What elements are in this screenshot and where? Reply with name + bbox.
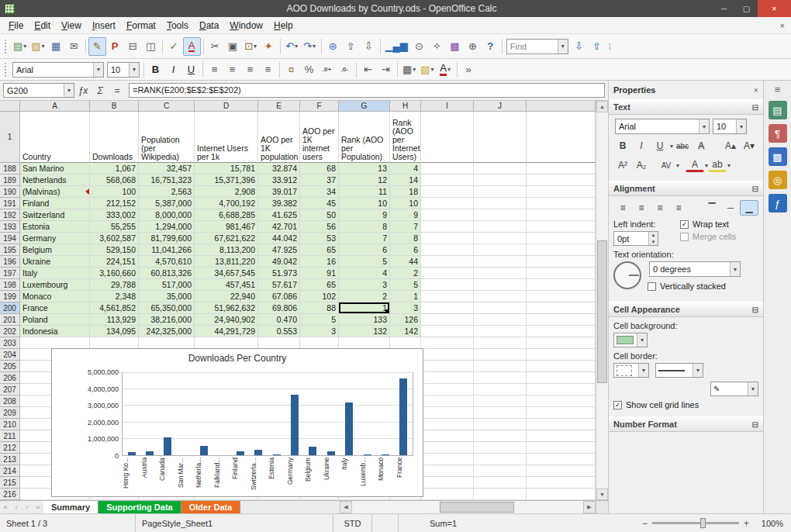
zoom-icon[interactable]: ⊕ — [464, 37, 482, 56]
cell-J204[interactable] — [474, 349, 527, 361]
cell-J201[interactable] — [474, 314, 527, 326]
increase-font-size-icon[interactable]: A▴ — [721, 138, 740, 154]
row-header-214[interactable]: 214 — [0, 465, 20, 477]
cell-J191[interactable] — [474, 198, 527, 209]
number-format-currency-icon[interactable]: ¤ — [282, 61, 300, 78]
chevron-down-icon[interactable]: ▾ — [730, 262, 740, 276]
border-line-style-button[interactable]: ▾ — [655, 363, 703, 378]
align-vcenter-icon[interactable]: ─ — [721, 200, 740, 216]
cell-G198[interactable]: 3 — [339, 279, 390, 291]
menu-help[interactable]: Help — [268, 19, 299, 33]
scroll-up-icon[interactable]: ▲ — [596, 101, 608, 112]
cell-B199[interactable]: 2,348 — [90, 291, 139, 302]
chevron-down-icon[interactable]: ▾ — [693, 364, 703, 377]
cell-C201[interactable]: 38,216,000 — [139, 314, 195, 326]
cell-B195[interactable]: 529,150 — [90, 244, 139, 256]
column-header-I[interactable]: I — [421, 101, 474, 112]
cell-H194[interactable]: 8 — [390, 233, 421, 244]
cell-C1[interactable]: Population (per Wikipedia) — [139, 112, 195, 163]
cell-G197[interactable]: 4 — [339, 268, 390, 279]
cell-E189[interactable]: 33.912 — [258, 174, 300, 186]
cell-D201[interactable]: 24,940,902 — [195, 314, 258, 326]
chevron-down-icon[interactable]: ▾ — [254, 43, 257, 50]
align-justified-icon[interactable]: ≡ — [259, 61, 277, 78]
row-header-193[interactable]: 193 — [0, 221, 20, 233]
row-header-192[interactable]: 192 — [0, 209, 20, 221]
status-sum[interactable]: Sum=1 — [399, 514, 637, 532]
cell-D195[interactable]: 8,113,200 — [195, 244, 258, 256]
cell-J212[interactable] — [474, 442, 527, 454]
export-pdf-icon[interactable]: P — [106, 37, 124, 56]
cell-J214[interactable] — [474, 465, 527, 477]
cell-H195[interactable]: 6 — [390, 244, 421, 256]
cell-B202[interactable]: 134,095 — [90, 326, 139, 337]
cell-C189[interactable]: 16,751,323 — [139, 174, 195, 186]
row-header-203[interactable]: 203 — [0, 337, 20, 349]
strikethrough-icon[interactable]: abc — [673, 138, 692, 154]
cell-J195[interactable] — [474, 244, 527, 256]
sheet-tab-older-data[interactable]: Older Data — [181, 501, 241, 513]
cell-D199[interactable]: 22,940 — [195, 291, 258, 302]
cell-G201[interactable]: 133 — [339, 314, 390, 326]
cell-B192[interactable]: 333,002 — [90, 209, 139, 221]
show-grid-lines-checkbox[interactable]: Show cell grid lines — [613, 400, 758, 409]
fill-handle[interactable] — [385, 309, 389, 313]
cell-J188[interactable] — [474, 163, 527, 174]
hyperlink-icon[interactable]: ⊛ — [324, 37, 342, 56]
cell-C190[interactable]: 2,563 — [139, 186, 195, 198]
cell-I190[interactable] — [421, 186, 474, 198]
cell-C195[interactable]: 11,041,266 — [139, 244, 195, 256]
cell-B1[interactable]: Downloads — [90, 112, 139, 163]
cell-H197[interactable]: 2 — [390, 268, 421, 279]
column-header-filler[interactable] — [527, 101, 596, 112]
cell-E195[interactable]: 47.925 — [258, 244, 300, 256]
row-header-211[interactable]: 211 — [0, 430, 20, 442]
row-header-213[interactable]: 213 — [0, 454, 20, 465]
cell-D194[interactable]: 67,621,622 — [195, 233, 258, 244]
cell-J206[interactable] — [474, 372, 527, 384]
cell-I191[interactable] — [421, 198, 474, 209]
vertical-scroll-track[interactable] — [596, 112, 608, 489]
email-icon[interactable]: ✉ — [65, 37, 83, 56]
row-header-207[interactable]: 207 — [0, 384, 20, 396]
grid-corner[interactable] — [0, 101, 20, 112]
row-header-208[interactable]: 208 — [0, 396, 20, 407]
chevron-down-icon[interactable]: ▾ — [638, 364, 648, 377]
cell-H191[interactable]: 10 — [390, 198, 421, 209]
cell-G189[interactable]: 12 — [339, 174, 390, 186]
collapse-icon[interactable]: ⊟ — [752, 306, 758, 314]
cell-I188[interactable] — [421, 163, 474, 174]
row-header-188[interactable]: 188 — [0, 163, 20, 174]
sidebar-font-size-select[interactable]: 10▾ — [713, 119, 747, 134]
cell-J193[interactable] — [474, 221, 527, 233]
cell-H193[interactable]: 7 — [390, 221, 421, 233]
cell-I209[interactable] — [421, 407, 474, 419]
cell-D203[interactable] — [195, 337, 258, 349]
number-format-percent-icon[interactable]: % — [300, 61, 318, 78]
cell-H190[interactable]: 18 — [390, 186, 421, 198]
cell-C194[interactable]: 81,799,600 — [139, 233, 195, 244]
cell-background-color-button[interactable]: ▾ — [613, 333, 648, 347]
zoom-thumb[interactable] — [700, 518, 706, 528]
zoom-level[interactable]: 100% — [754, 519, 791, 528]
bold-icon[interactable]: B — [147, 61, 164, 78]
row-header-196[interactable]: 196 — [0, 256, 20, 268]
cell-J190[interactable] — [474, 186, 527, 198]
column-header-F[interactable]: F — [300, 101, 339, 112]
cell-H189[interactable]: 14 — [390, 174, 421, 186]
cell-G188[interactable]: 13 — [339, 163, 390, 174]
cell-B188[interactable]: 1,067 — [90, 163, 139, 174]
cell-J205[interactable] — [474, 361, 527, 372]
cell-D192[interactable]: 6,688,285 — [195, 209, 258, 221]
find-input[interactable]: Find▾ — [506, 39, 568, 54]
add-decimal-place-icon[interactable]: .0+ — [318, 61, 336, 78]
cell-C200[interactable]: 65,350,000 — [139, 302, 195, 314]
cell-F192[interactable]: 50 — [300, 209, 339, 221]
row-header-216[interactable]: 216 — [0, 489, 20, 500]
border-preset-button[interactable]: ▾ — [613, 363, 649, 378]
cell-H192[interactable]: 9 — [390, 209, 421, 221]
alignment-section-header[interactable]: Alignment ⊟ — [609, 181, 763, 196]
cell-C191[interactable]: 5,387,000 — [139, 198, 195, 209]
italic-icon[interactable]: I — [632, 138, 651, 154]
edit-file-icon[interactable]: ✎ — [88, 37, 106, 56]
